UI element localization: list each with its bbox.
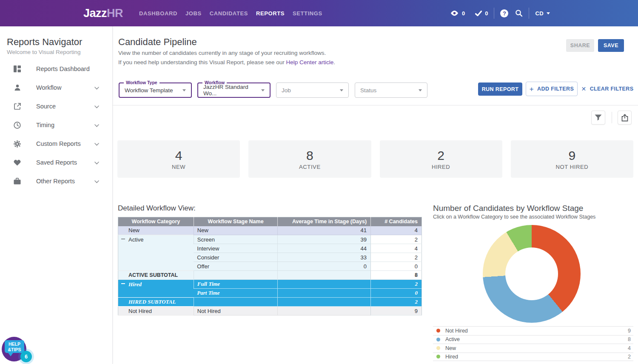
user-menu[interactable]: CD — [535, 10, 550, 17]
table-row-hired-subtotal: HIRED SUBTOTAL 2 — [118, 298, 422, 307]
filter-funnel-button[interactable] — [591, 111, 605, 125]
check-icon[interactable] — [475, 11, 482, 16]
logo-jazz: Jazz — [83, 7, 107, 20]
chart-subtitle: Click on a Workflow Category to see the … — [433, 214, 595, 220]
top-navbar: JazzHR DASHBOARD JOBS CANDIDATES REPORTS… — [0, 0, 638, 26]
nav-item-settings[interactable]: SETTINGS — [293, 10, 322, 17]
workflow-value: JazzHR Standard Wo... — [203, 84, 261, 97]
sidebar-item-workflow[interactable]: Workflow — [0, 78, 113, 97]
stage-cell: Consider — [194, 253, 278, 262]
sidebar-item-reports-dashboard[interactable]: Reports Dashboard — [0, 60, 113, 78]
category-cell-active-subtotal: ACTIVE SUBTOTAL — [118, 271, 194, 280]
nav-item-reports[interactable]: REPORTS — [256, 10, 285, 17]
help-text-suffix: . — [333, 59, 335, 65]
avg-days-cell: 39 — [278, 235, 371, 244]
chevron-down-icon — [340, 89, 343, 91]
donut-chart[interactable] — [483, 225, 581, 323]
job-select[interactable]: Job — [276, 82, 349, 98]
category-label: Active — [128, 236, 143, 243]
chevron-down-icon — [419, 89, 422, 91]
category-cell-not-hired[interactable]: Not Hired — [118, 307, 194, 316]
avg-days-cell — [278, 307, 371, 316]
sidebar-item-custom-reports[interactable]: Custom Reports — [0, 134, 113, 153]
legend-value: 8 — [628, 336, 631, 342]
help-icon[interactable]: ? — [500, 9, 508, 17]
share-button[interactable]: SHARE — [566, 39, 594, 52]
legend-item-new[interactable]: New 4 — [433, 344, 633, 353]
sidebar-title: Reports Navigator — [7, 37, 82, 48]
export-button[interactable] — [618, 111, 632, 125]
category-cell-hired[interactable]: Hired — [118, 280, 194, 298]
chevron-down-icon — [94, 140, 99, 148]
chevron-down-icon — [261, 89, 265, 91]
stat-card-not-hired: 9 NOT HIRED — [511, 140, 633, 178]
collapse-icon[interactable] — [121, 283, 125, 284]
candidates-cell: 8 — [371, 271, 422, 280]
sidebar-item-saved-reports[interactable]: Saved Reports — [0, 153, 113, 172]
legend-item-active[interactable]: Active 8 — [433, 335, 633, 344]
stage-cell: Screen — [194, 235, 278, 244]
chevron-down-icon — [182, 89, 186, 91]
legend-label: New — [445, 345, 456, 351]
col-header-stage-name: Workflow Stage Name — [194, 217, 278, 226]
help-center-link[interactable]: Help Center article — [286, 59, 334, 65]
table-title: Detailed Workflow View: — [118, 204, 196, 213]
sidebar-item-label: Custom Reports — [36, 140, 81, 147]
logo-hr: HR — [107, 7, 123, 20]
eye-icon[interactable] — [450, 10, 459, 16]
x-icon: ✕ — [581, 86, 586, 92]
avg-days-cell — [278, 280, 371, 289]
legend-item-hired[interactable]: Hired 2 — [433, 353, 633, 361]
sidebar-subtitle: Welcome to Visual Reporting — [7, 49, 81, 55]
nav-divider — [529, 8, 529, 19]
workflow-select[interactable]: Workflow JazzHR Standard Wo... — [197, 82, 271, 98]
person-icon — [13, 84, 21, 91]
briefcase-icon — [13, 178, 21, 185]
nav-divider — [494, 8, 494, 19]
category-cell-new[interactable]: New — [118, 226, 194, 235]
sidebar-item-timing[interactable]: Timing — [0, 116, 113, 134]
sidebar-item-label: Source — [36, 103, 56, 110]
avg-days-cell: 44 — [278, 244, 371, 253]
nav-item-jobs[interactable]: JOBS — [185, 10, 202, 17]
save-button[interactable]: SAVE — [598, 39, 624, 52]
help-tips-widget[interactable]: HELP &TIPS 6 — [2, 337, 27, 362]
legend-label: Active — [445, 336, 460, 342]
stage-cell: Offer — [194, 262, 278, 271]
add-filters-label: ADD FILTERS — [537, 86, 574, 92]
stage-cell — [194, 271, 278, 280]
legend-item-not-hired[interactable]: Not Hired 9 — [433, 326, 633, 335]
search-icon[interactable] — [515, 9, 523, 17]
chevron-down-icon — [94, 177, 99, 185]
add-filters-button[interactable]: + ADD FILTERS — [526, 82, 578, 96]
sidebar-nav-list: Reports Dashboard Workflow Source Tim — [0, 60, 113, 191]
sidebar-item-label: Saved Reports — [36, 159, 77, 166]
summary-cards: 4 NEW 8 ACTIVE 2 HIRED 9 NOT HIRED — [117, 140, 633, 178]
sidebar-item-source[interactable]: Source — [0, 97, 113, 116]
chevron-down-icon — [94, 84, 99, 91]
chart-title: Number of Candidates by Workflow Stage — [433, 204, 583, 213]
dashboard-icon — [13, 65, 21, 72]
sidebar-item-other-reports[interactable]: Other Reports — [0, 172, 113, 191]
jazzhr-logo[interactable]: JazzHR — [83, 0, 123, 26]
status-select[interactable]: Status — [355, 82, 427, 98]
candidates-cell: 0 — [371, 289, 422, 298]
legend-dot — [436, 329, 440, 333]
nav-item-dashboard[interactable]: DASHBOARD — [139, 10, 177, 17]
workflow-type-select[interactable]: Workflow Type Workflow Template — [119, 82, 192, 98]
collapse-icon[interactable] — [121, 239, 125, 239]
status-placeholder: Status — [360, 87, 376, 94]
reports-navigator-sidebar: Reports Navigator Welcome to Visual Repo… — [0, 26, 113, 364]
nav-item-candidates[interactable]: CANDIDATES — [210, 10, 248, 17]
clear-filters-button[interactable]: ✕ CLEAR FILTERS — [581, 82, 634, 96]
eye-count: 0 — [462, 10, 465, 17]
legend-label: Not Hired — [445, 328, 468, 334]
table-header-row: Workflow Category Workflow Stage Name Av… — [118, 217, 422, 226]
category-cell-active[interactable]: Active — [118, 235, 194, 271]
candidates-cell: 4 — [371, 226, 422, 235]
chevron-down-icon — [94, 102, 99, 110]
col-header-candidates: # Candidates — [371, 217, 422, 226]
help-badge-count[interactable]: 6 — [20, 351, 32, 362]
run-report-button[interactable]: RUN REPORT — [478, 82, 522, 96]
clock-icon — [13, 122, 21, 129]
